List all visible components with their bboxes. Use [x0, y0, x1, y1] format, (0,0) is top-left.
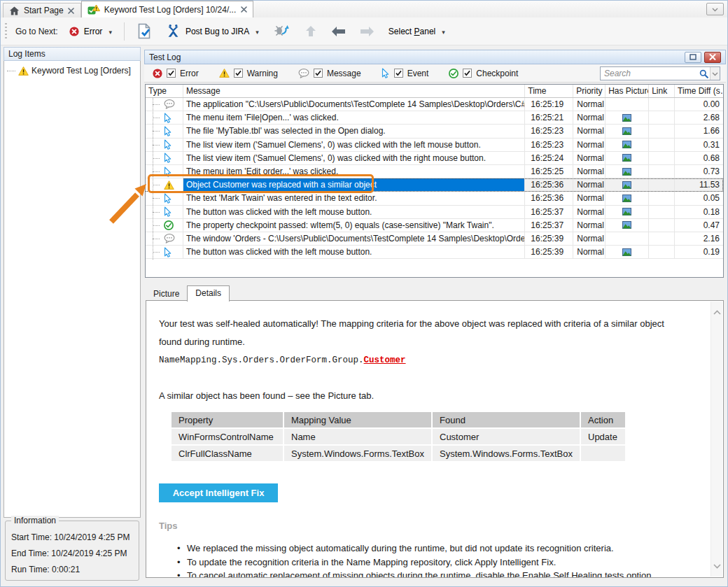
toolbar-grip[interactable] — [5, 23, 7, 40]
time-cell: 16:25:36 — [525, 178, 573, 191]
log-row[interactable]: The button was clicked with the left mou… — [146, 206, 723, 219]
event-icon — [164, 167, 172, 177]
close-icon — [709, 52, 716, 62]
post-bug-to-jira-button[interactable]: Post Bug to JIRA — [162, 21, 263, 41]
picture-icon — [622, 127, 631, 135]
close-tab-icon[interactable] — [240, 6, 247, 13]
log-row[interactable]: The application "C:\Users\Public\Documen… — [146, 98, 723, 111]
dropdown-caret-icon[interactable] — [440, 27, 445, 36]
tab-keyword-test-log[interactable]: Keyword Test Log [Orders] 10/24/... — [81, 1, 254, 17]
picture-icon — [622, 154, 631, 162]
search-input[interactable] — [601, 69, 698, 78]
close-panel-button[interactable] — [704, 52, 721, 63]
checkpoint-icon — [164, 220, 174, 230]
start-time-text: Start Time: 10/24/2019 4:25 PM — [11, 530, 133, 546]
event-icon — [164, 126, 172, 136]
tab-picture[interactable]: Picture — [146, 287, 187, 301]
log-row[interactable]: Object Customer was replaced with a simi… — [146, 178, 723, 192]
tab-bar: Start Page Keyword Test Log [Orders] 10/… — [1, 1, 727, 17]
event-icon — [164, 153, 172, 163]
information-title: Information — [11, 516, 59, 525]
accept-intelligent-fix-button[interactable]: Accept Intelligent Fix — [159, 483, 278, 502]
mapping-cell: Name — [284, 429, 431, 444]
mapping-cell: System.Windows.Forms.TextBox — [284, 446, 431, 461]
log-row[interactable]: The window 'Orders - C:\Users\Public\Doc… — [146, 232, 723, 246]
tips-list: We replaced the missing object automatic… — [177, 542, 690, 577]
mapping-col-header: Action — [581, 412, 625, 427]
go-forward-button[interactable] — [356, 23, 379, 40]
log-row[interactable]: The menu item 'Edit order...' was clicke… — [146, 165, 723, 178]
customer-object-link[interactable]: Customer — [364, 355, 406, 365]
error-checkbox[interactable] — [167, 69, 176, 78]
search-icon[interactable] — [698, 69, 710, 78]
time-cell: 16:25:39 — [525, 232, 573, 245]
column-header-time[interactable]: Time — [525, 85, 573, 97]
close-tab-icon[interactable] — [68, 7, 75, 14]
tree-connector — [153, 158, 160, 159]
tree-connector — [153, 171, 160, 172]
scroll-up-icon[interactable] — [713, 307, 721, 317]
message-cell: The menu item 'Edit order...' was clicke… — [183, 165, 525, 178]
check-icon — [168, 69, 174, 78]
mapping-cell: Customer — [433, 429, 580, 444]
document-check-icon — [136, 23, 152, 39]
log-row[interactable]: The text 'Mark Twain' was entered in the… — [146, 192, 723, 205]
log-row[interactable]: The menu item 'File|Open...' was clicked… — [146, 111, 723, 125]
select-panel-button[interactable]: Select Panel — [384, 24, 449, 39]
search-dropdown-button[interactable] — [710, 67, 720, 80]
checkpoint-icon — [449, 69, 458, 78]
time-diff-cell: 1.66 — [675, 125, 723, 137]
mapping-cell: System.Windows.Forms.TextBox — [433, 446, 580, 461]
column-header-priority[interactable]: Priority — [573, 85, 606, 97]
time-cell: 16:25:24 — [525, 152, 573, 164]
dropdown-caret-icon[interactable] — [254, 27, 259, 36]
message-cell: The window 'Orders - C:\Users\Public\Doc… — [183, 232, 525, 245]
time-diff-cell: 0.31 — [675, 139, 723, 151]
dropdown-caret-icon[interactable] — [107, 27, 112, 36]
log-row[interactable]: The file 'MyTable.tbl' was selected in t… — [146, 125, 723, 138]
event-checkbox[interactable] — [394, 69, 403, 78]
log-row[interactable]: The list view item ('Samuel Clemens', 0)… — [146, 139, 723, 152]
create-issue-button[interactable] — [132, 20, 156, 42]
time-diff-cell: 0.00 — [675, 98, 723, 111]
tab-list-dropdown-button[interactable] — [706, 3, 724, 15]
column-header-link[interactable]: Link — [649, 85, 675, 97]
filter-event: Event — [382, 68, 429, 78]
restore-panel-button[interactable] — [685, 52, 701, 63]
tab-start-page[interactable]: Start Page — [3, 3, 81, 17]
link-cell — [649, 232, 675, 245]
information-group: Information Start Time: 10/24/2019 4:25 … — [5, 521, 139, 581]
picture-icon — [622, 168, 631, 176]
go-up-button[interactable] — [300, 22, 321, 41]
go-back-button[interactable] — [327, 23, 350, 40]
checkpoint-checkbox[interactable] — [463, 69, 472, 78]
column-header-type[interactable]: Type — [146, 85, 183, 97]
tab-details[interactable]: Details — [187, 285, 230, 302]
log-row[interactable]: The list view item ('Samuel Clemens', 0)… — [146, 152, 723, 165]
report-bug-button[interactable] — [269, 21, 295, 41]
event-icon — [164, 139, 172, 150]
details-scrollbar[interactable] — [710, 302, 722, 577]
warning-checkbox[interactable] — [234, 69, 243, 78]
column-header-has-picture[interactable]: Has Picture — [606, 85, 649, 97]
time-cell: 16:25:36 — [525, 192, 573, 204]
mapping-cell: Update — [581, 429, 625, 444]
scroll-down-icon[interactable] — [713, 561, 721, 571]
picture-icon — [622, 195, 631, 202]
log-row[interactable]: The button was clicked with the left mou… — [146, 246, 723, 259]
log-row[interactable]: The property checkpoint passed: wItem(5,… — [146, 219, 723, 232]
time-cell: 16:25:37 — [525, 219, 573, 232]
mapping-table: PropertyMapping ValueFoundActionWinForms… — [170, 411, 626, 462]
message-cell: The button was clicked with the left mou… — [183, 206, 525, 218]
tree-item-keyword-test-log[interactable]: Keyword Test Log [Orders] — [7, 64, 137, 77]
column-header-time-diff[interactable]: Time Diff (s… — [675, 85, 723, 97]
jira-icon — [166, 24, 181, 38]
message-checkbox[interactable] — [314, 69, 323, 78]
tree-connector — [153, 104, 160, 105]
link-cell — [649, 125, 675, 137]
event-icon — [164, 206, 172, 217]
column-header-message[interactable]: Message — [183, 85, 525, 97]
goto-next-error-button[interactable]: Error — [65, 24, 116, 39]
link-cell — [649, 178, 675, 191]
search-box — [600, 66, 720, 80]
